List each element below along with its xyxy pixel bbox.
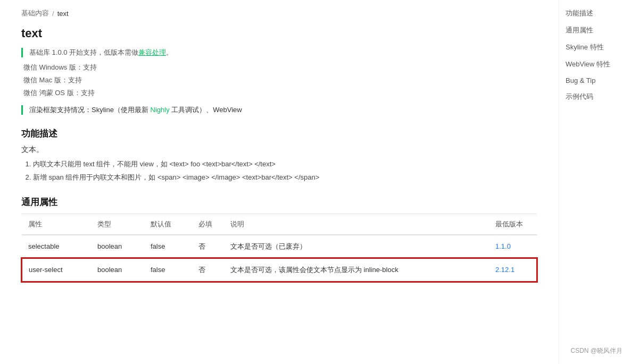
props-heading: 通用属性 bbox=[21, 196, 537, 208]
cell-version: 1.1.0 bbox=[489, 235, 537, 258]
table-body: selectable boolean false 否 文本是否可选（已废弃） 1… bbox=[22, 235, 537, 282]
main-content: 基础内容 / text text 基础库 1.0.0 开始支持，低版本需做兼容处… bbox=[0, 0, 559, 364]
cell-default: false bbox=[144, 235, 192, 258]
cell-attr: user-select bbox=[22, 258, 91, 282]
table-row: selectable boolean false 否 文本是否可选（已废弃） 1… bbox=[22, 235, 537, 258]
cell-type: boolean bbox=[91, 235, 144, 258]
support-harmonyos: 微信 鸿蒙 OS 版：支持 bbox=[21, 88, 537, 98]
right-sidebar: 功能描述 通用属性 Skyline 特性 WebView 特性 Bug & Ti… bbox=[559, 0, 622, 364]
attr-table: 属性 类型 默认值 必填 说明 最低版本 selectable boolean … bbox=[21, 214, 537, 282]
version-link[interactable]: 2.12.1 bbox=[495, 266, 514, 274]
render-text: 渲染框架支持情况：Skyline（使用最新 Nighly 工具调试）、WebVi… bbox=[29, 106, 242, 114]
sidebar-item-webview[interactable]: WebView 特性 bbox=[566, 60, 616, 69]
feature-desc: 文本。 bbox=[21, 145, 537, 155]
col-header-type: 类型 bbox=[91, 214, 144, 235]
breadcrumb: 基础内容 / text bbox=[21, 9, 537, 18]
sidebar-item-example[interactable]: 示例代码 bbox=[566, 92, 616, 101]
col-header-desc: 说明 bbox=[224, 214, 489, 235]
table-row-highlighted: user-select boolean false 否 文本是否可选，该属性会使… bbox=[22, 258, 537, 282]
breadcrumb-current: text bbox=[57, 10, 69, 18]
props-section: 通用属性 属性 类型 默认值 必填 说明 最低版本 selectable boo… bbox=[21, 196, 537, 282]
page-title: text bbox=[21, 27, 537, 40]
feature-heading: 功能描述 bbox=[21, 128, 537, 140]
cell-type: boolean bbox=[91, 258, 144, 282]
sidebar-item-bug[interactable]: Bug & Tip bbox=[566, 77, 616, 84]
sidebar-item-feature[interactable]: 功能描述 bbox=[566, 9, 616, 18]
cell-required: 否 bbox=[192, 258, 224, 282]
info-block: 基础库 1.0.0 开始支持，低版本需做兼容处理。 bbox=[21, 48, 537, 57]
cell-required: 否 bbox=[192, 235, 224, 258]
cell-desc: 文本是否可选，该属性会使文本节点显示为 inline-block bbox=[224, 258, 489, 282]
cell-default: false bbox=[144, 258, 192, 282]
nightly-link[interactable]: Nighly bbox=[151, 106, 170, 114]
support-mac: 微信 Mac 版：支持 bbox=[21, 75, 537, 85]
feature-list: 内联文本只能用 text 组件，不能用 view，如 <text> foo <t… bbox=[21, 159, 537, 183]
breadcrumb-parent[interactable]: 基础内容 bbox=[21, 9, 49, 18]
feature-list-item: 内联文本只能用 text 组件，不能用 view，如 <text> foo <t… bbox=[33, 159, 537, 170]
info-text: 基础库 1.0.0 开始支持，低版本需做兼容处理。 bbox=[29, 48, 173, 56]
feature-list-item: 新增 span 组件用于内联文本和图片，如 <span> <image> </i… bbox=[33, 172, 537, 183]
breadcrumb-separator: / bbox=[52, 10, 54, 18]
cell-attr: selectable bbox=[22, 235, 91, 258]
compat-link[interactable]: 兼容处理 bbox=[138, 48, 166, 56]
col-header-attr: 属性 bbox=[22, 214, 91, 235]
col-header-version: 最低版本 bbox=[489, 214, 537, 235]
support-windows: 微信 Windows 版：支持 bbox=[21, 63, 537, 72]
version-link[interactable]: 1.1.0 bbox=[495, 242, 511, 250]
col-header-default: 默认值 bbox=[144, 214, 192, 235]
support-rows: 微信 Windows 版：支持 微信 Mac 版：支持 微信 鸿蒙 OS 版：支… bbox=[21, 63, 537, 98]
render-block: 渲染框架支持情况：Skyline（使用最新 Nighly 工具调试）、WebVi… bbox=[21, 105, 537, 115]
cell-desc: 文本是否可选（已废弃） bbox=[224, 235, 489, 258]
sidebar-item-props[interactable]: 通用属性 bbox=[566, 26, 616, 35]
col-header-required: 必填 bbox=[192, 214, 224, 235]
table-header-row: 属性 类型 默认值 必填 说明 最低版本 bbox=[22, 214, 537, 235]
watermark: CSDN @晓风伴月 bbox=[570, 346, 622, 355]
feature-section: 功能描述 文本。 内联文本只能用 text 组件，不能用 view，如 <tex… bbox=[21, 128, 537, 183]
sidebar-item-skyline[interactable]: Skyline 特性 bbox=[566, 43, 616, 52]
cell-version: 2.12.1 bbox=[489, 258, 537, 282]
